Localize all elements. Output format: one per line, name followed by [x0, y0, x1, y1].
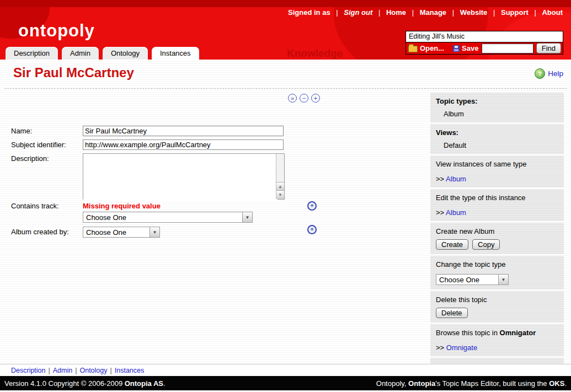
album-created-by-selected: Choose One	[83, 228, 150, 237]
ontopoly-logo: ontopoly	[18, 21, 95, 41]
edit-type-section: Edit the type of this instance >> Album	[430, 189, 564, 221]
footer-bar: Version 4.1.0 Copyright © 2006-2009 Onto…	[0, 376, 571, 390]
views-heading: Views:	[436, 128, 558, 137]
delete-label: Delete this topic	[436, 296, 558, 304]
credit-text-mid: 's Topic Maps Editor, built using the	[435, 379, 549, 388]
description-scrollbar[interactable]: ▲ ▼	[276, 154, 284, 199]
nav-separator: |	[336, 8, 338, 17]
page-title: Sir Paul McCartney	[13, 65, 134, 80]
sidebar: Topic types: Album Views: Default View i…	[430, 93, 564, 391]
nav-sign-out[interactable]: Sign out	[344, 8, 372, 17]
omnigate-linkrow: >> Omnigate	[436, 343, 558, 352]
view-instances-section: View instances of same type >> Album	[430, 155, 564, 187]
toolbar: Open... Save Find	[405, 42, 563, 55]
topic-types-value: Album	[436, 110, 558, 118]
missing-value-error: Missing required value	[83, 202, 161, 210]
bottom-link-description[interactable]: Description	[11, 367, 46, 374]
browse-label-text: Browse this topic in	[436, 329, 500, 337]
bottom-nav: Description|Admin|Ontology|Instances	[0, 364, 571, 376]
subject-identifier-actions: » − +	[288, 94, 320, 103]
nav-support[interactable]: Support	[501, 8, 529, 17]
save-button[interactable]: Save	[452, 44, 478, 52]
nav-about[interactable]: About	[542, 8, 563, 17]
help-label: Help	[548, 69, 563, 78]
save-label: Save	[462, 44, 478, 52]
nav-home[interactable]: Home	[386, 8, 406, 17]
browse-omnigator-label: Browse this topic in Omnigator	[436, 329, 558, 337]
tab-instances[interactable]: Instances	[152, 47, 199, 60]
save-disk-icon	[453, 45, 460, 52]
title-divider	[4, 88, 567, 89]
signed-in-as-label: Signed in as	[288, 8, 330, 17]
nav-separator: |	[412, 8, 414, 17]
change-type-label: Change the topic type	[436, 260, 558, 269]
version-copyright: Version 4.1.0 Copyright © 2006-2009 Onto…	[4, 379, 166, 388]
name-input[interactable]	[83, 126, 284, 136]
tab-ontology[interactable]: Ontology	[103, 47, 148, 60]
create-new-buttons: Create Copy	[436, 239, 558, 250]
delete-section: Delete this topic Delete	[430, 291, 564, 323]
credit-text-end: .	[564, 379, 567, 388]
scroll-up-icon[interactable]: ▲	[276, 182, 284, 191]
remove-identifier-icon[interactable]: −	[300, 94, 308, 103]
tab-description[interactable]: Description	[6, 47, 58, 60]
edit-type-album-link[interactable]: Album	[446, 208, 466, 217]
create-new-section: Create new Album Create Copy	[430, 223, 564, 254]
description-field-wrap: ▲ ▼	[83, 153, 285, 200]
change-type-section: Change the topic type Choose One ▼	[430, 256, 564, 289]
nav-website[interactable]: Website	[460, 8, 488, 17]
album-created-by-select[interactable]: Choose One ▼	[83, 227, 160, 238]
creator-create-topic-icon[interactable]: ✳	[307, 225, 317, 234]
topicmap-toolbox: Editing Jill's Music Open... Save Find	[405, 31, 563, 55]
dropdown-arrow-icon: ▼	[242, 212, 252, 222]
track-create-topic-icon[interactable]: ✳	[307, 201, 317, 211]
arrow-prefix: >>	[436, 208, 444, 217]
ontopia-as-name: Ontopia AS	[125, 379, 163, 388]
tab-admin[interactable]: Admin	[62, 47, 99, 60]
album-created-by-label: Album created by:	[11, 228, 69, 236]
goto-identifier-icon[interactable]: »	[288, 94, 297, 103]
create-new-label: Create new Album	[436, 227, 558, 235]
delete-buttons: Delete	[436, 308, 558, 318]
contains-track-select[interactable]: Choose One ▼	[83, 212, 253, 223]
credit-text: Ontopoly,	[376, 379, 408, 388]
edit-type-linkrow: >> Album	[436, 208, 558, 217]
subject-identifier-input[interactable]	[83, 139, 284, 150]
link-separator: |	[49, 367, 50, 374]
view-instances-linkrow: >> Album	[436, 175, 558, 183]
version-text-end: .	[163, 379, 166, 388]
scroll-down-icon[interactable]: ▼	[276, 190, 284, 199]
ontopoly-app: Knowledge Signed in as | Sign out | Home…	[0, 0, 571, 392]
bottom-link-ontology[interactable]: Ontology	[79, 367, 107, 374]
omnigate-link[interactable]: Omnigate	[446, 343, 477, 352]
arrow-prefix: >>	[436, 343, 444, 352]
views-section: Views: Default	[430, 124, 564, 154]
version-text: Version 4.1.0 Copyright © 2006-2009	[4, 379, 125, 388]
browse-omnigator-section: Browse this topic in Omnigator >> Omniga…	[430, 324, 564, 356]
change-type-select[interactable]: Choose One ▼	[436, 274, 509, 285]
nav-manage[interactable]: Manage	[420, 8, 446, 17]
add-identifier-icon[interactable]: +	[311, 94, 320, 103]
product-credit: Ontopoly, Ontopia's Topic Maps Editor, b…	[376, 379, 567, 388]
nav-separator: |	[378, 8, 380, 17]
dropdown-arrow-icon: ▼	[150, 227, 159, 237]
nav-separator: |	[493, 8, 495, 17]
contains-track-selected: Choose One	[83, 213, 242, 222]
find-button[interactable]: Find	[536, 43, 561, 53]
copy-button[interactable]: Copy	[472, 239, 500, 250]
delete-button[interactable]: Delete	[436, 308, 468, 318]
header-top-strip	[0, 0, 571, 7]
help-question-icon: ?	[535, 68, 545, 79]
ontopia-name: Ontopia	[408, 379, 435, 388]
create-button[interactable]: Create	[436, 239, 468, 250]
view-instances-album-link[interactable]: Album	[446, 175, 466, 183]
main-tabs: Description Admin Ontology Instances	[6, 47, 199, 60]
bottom-link-admin[interactable]: Admin	[53, 367, 72, 374]
help-link[interactable]: ? Help	[535, 68, 563, 79]
arrow-prefix: >>	[436, 175, 444, 183]
description-textarea[interactable]	[83, 154, 278, 201]
bottom-link-instances[interactable]: Instances	[115, 367, 145, 374]
search-input[interactable]	[482, 44, 533, 53]
open-button[interactable]: Open...	[408, 44, 444, 52]
nav-separator: |	[452, 8, 454, 17]
